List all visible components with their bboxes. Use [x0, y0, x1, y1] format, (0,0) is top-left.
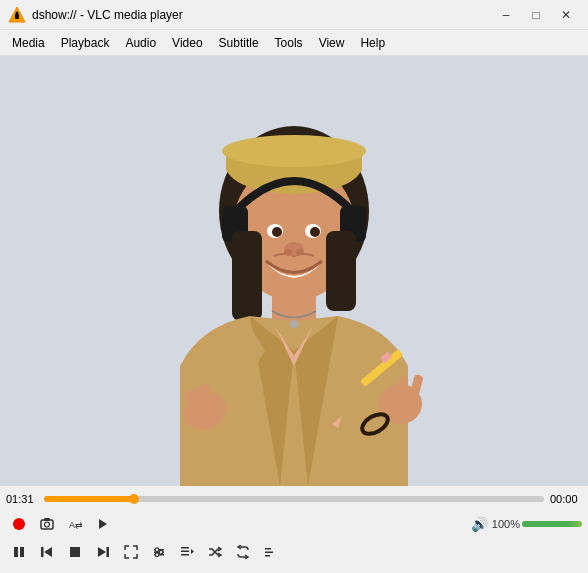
svg-rect-32	[44, 518, 50, 521]
video-frame	[0, 56, 588, 486]
svg-point-47	[159, 550, 163, 554]
fullscreen-button[interactable]	[118, 541, 144, 563]
loop-icon	[236, 545, 250, 559]
more-effects-button[interactable]	[258, 541, 284, 563]
play-icon	[96, 517, 110, 531]
svg-marker-52	[191, 549, 194, 554]
svg-rect-55	[265, 555, 270, 557]
minimize-button[interactable]: –	[492, 5, 520, 25]
svg-rect-36	[14, 547, 18, 557]
video-area	[0, 56, 588, 486]
play-button[interactable]	[90, 513, 116, 535]
snapshot-icon	[40, 517, 54, 531]
svg-rect-50	[181, 551, 189, 553]
menu-audio[interactable]: Audio	[117, 33, 164, 53]
svg-rect-11	[232, 231, 262, 321]
svg-point-2	[16, 11, 19, 14]
random-button[interactable]	[202, 541, 228, 563]
prev-chapter-icon	[40, 545, 54, 559]
volume-label: 100%	[492, 518, 520, 530]
svg-rect-53	[265, 548, 271, 550]
menu-playback[interactable]: Playback	[53, 33, 118, 53]
loop-button[interactable]	[230, 541, 256, 563]
close-button[interactable]: ✕	[552, 5, 580, 25]
loop-ab-icon: A⇄B	[68, 517, 82, 531]
svg-rect-37	[20, 547, 24, 557]
extended-settings-button[interactable]	[146, 541, 172, 563]
svg-point-8	[222, 135, 366, 167]
playlist-button[interactable]	[174, 541, 200, 563]
svg-point-29	[296, 249, 304, 255]
transport-row-2	[6, 538, 582, 566]
total-time: 00:00	[550, 493, 582, 505]
svg-point-48	[155, 553, 159, 557]
maximize-button[interactable]: □	[522, 5, 550, 25]
more-effects-icon	[264, 545, 278, 559]
transport-row-1: A⇄B 🔊 100%	[6, 510, 582, 538]
playlist-icon	[180, 545, 194, 559]
svg-rect-38	[41, 547, 44, 557]
svg-point-26	[310, 227, 320, 237]
random-icon	[208, 545, 222, 559]
menu-bar: Media Playback Audio Video Subtitle Tool…	[0, 30, 588, 56]
menu-video[interactable]: Video	[164, 33, 210, 53]
next-chapter-button[interactable]	[90, 541, 116, 563]
svg-point-33	[45, 522, 50, 527]
stop-icon	[68, 545, 82, 559]
pause-button[interactable]	[6, 541, 32, 563]
volume-icon: 🔊	[471, 516, 488, 532]
svg-point-30	[290, 320, 298, 328]
current-time: 01:31	[6, 493, 38, 505]
next-chapter-icon	[96, 545, 110, 559]
svg-rect-31	[41, 520, 53, 529]
stop-button[interactable]	[62, 541, 88, 563]
svg-rect-41	[107, 547, 110, 557]
svg-rect-40	[70, 547, 80, 557]
menu-media[interactable]: Media	[4, 33, 53, 53]
record-icon	[13, 518, 25, 530]
record-button[interactable]	[6, 513, 32, 535]
fullscreen-icon	[124, 545, 138, 559]
volume-bar[interactable]	[522, 521, 582, 527]
progress-bar[interactable]	[44, 496, 544, 502]
svg-point-25	[272, 227, 282, 237]
progress-handle[interactable]	[129, 494, 139, 504]
svg-marker-42	[98, 547, 106, 557]
svg-rect-49	[181, 547, 189, 549]
progress-row: 01:31 00:00	[6, 488, 582, 510]
svg-rect-1	[15, 14, 19, 19]
loop-ab-button[interactable]: A⇄B	[62, 513, 88, 535]
controls-area: 01:31 00:00 A⇄B	[0, 486, 588, 568]
svg-rect-51	[181, 554, 189, 556]
menu-subtitle[interactable]: Subtitle	[211, 33, 267, 53]
svg-marker-35	[99, 519, 107, 529]
snapshot-button[interactable]	[34, 513, 60, 535]
volume-fill	[522, 521, 582, 527]
progress-fill	[44, 496, 134, 502]
svg-marker-39	[44, 547, 52, 557]
menu-help[interactable]: Help	[352, 33, 393, 53]
title-text: dshow:// - VLC media player	[32, 8, 183, 22]
svg-text:A⇄B: A⇄B	[69, 520, 82, 530]
svg-point-28	[284, 249, 292, 255]
menu-view[interactable]: View	[311, 33, 353, 53]
prev-chapter-button[interactable]	[34, 541, 60, 563]
window-controls: – □ ✕	[492, 5, 580, 25]
vlc-icon	[8, 6, 26, 24]
menu-tools[interactable]: Tools	[267, 33, 311, 53]
title-bar: dshow:// - VLC media player – □ ✕	[0, 0, 588, 30]
svg-rect-12	[326, 231, 356, 311]
pause-icon	[12, 545, 26, 559]
svg-point-46	[155, 548, 159, 552]
extended-settings-icon	[152, 545, 166, 559]
svg-rect-54	[265, 552, 273, 554]
